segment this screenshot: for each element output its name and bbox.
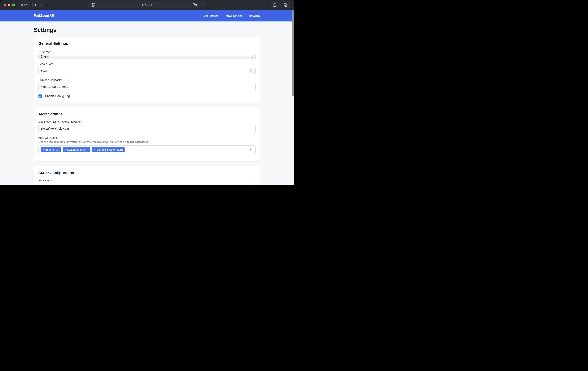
server-port-label: Server Port: [38, 62, 256, 66]
nav-link-settings[interactable]: Settings: [249, 14, 260, 17]
remove-tag-icon[interactable]: ×: [64, 148, 66, 151]
country-tag: × Switzerland (CH): [63, 147, 90, 152]
forward-button[interactable]: [39, 1, 45, 8]
language-label: Language: [38, 49, 256, 53]
chevron-down-icon: [250, 71, 252, 72]
server-port-field-wrap: [38, 67, 256, 75]
nav-link-filter-debug[interactable]: Filter Debug: [225, 14, 242, 17]
browser-window: 127.0.0.1 A: [0, 0, 294, 186]
history-nav-group: [32, 1, 45, 8]
alert-countries-label: Alert Countries: [38, 136, 256, 140]
reader-layout-icon: [92, 3, 95, 7]
reload-icon: [199, 3, 202, 7]
callback-url-label: Fail2ban Callback URL: [38, 78, 256, 82]
chevron-down-icon: [26, 4, 28, 5]
share-icon: [273, 3, 276, 7]
new-tab-button[interactable]: [279, 3, 282, 7]
translate-icon: A: [193, 3, 197, 7]
url-text: 127.0.0.1: [88, 3, 206, 6]
share-button[interactable]: [273, 3, 276, 7]
sidebar-toggle-button[interactable]: [19, 1, 30, 8]
remove-tag-icon[interactable]: ×: [42, 148, 44, 151]
callback-url-input[interactable]: [41, 85, 253, 88]
app-navbar: Fail2ban UI Dashboard Filter Debug Setti…: [0, 10, 294, 22]
chevron-left-icon: [35, 3, 36, 6]
translate-button[interactable]: A: [193, 3, 197, 7]
tab-overview-button[interactable]: [284, 3, 287, 7]
debug-log-label: Enable Debug Log: [45, 95, 70, 98]
country-tag: × United Kingdom (GB): [92, 147, 125, 152]
destination-email-input[interactable]: [41, 127, 253, 130]
clear-all-icon[interactable]: ×: [249, 148, 251, 151]
tabs-icon: [284, 3, 287, 7]
smtp-configuration-card: SMTP Configuration SMTP Host: [34, 166, 260, 186]
debug-log-checkbox[interactable]: [38, 94, 42, 98]
page-settings-button[interactable]: [92, 3, 95, 7]
nav-link-dashboard[interactable]: Dashboard: [203, 14, 218, 17]
alert-countries-multiselect[interactable]: × Ireland (IE) × Switzerland (CH) × Unit…: [38, 145, 256, 154]
alert-settings-card: Alert Settings Destination Email (Alerts…: [34, 107, 260, 162]
number-stepper[interactable]: [249, 68, 254, 73]
card-title-alerts: Alert Settings: [38, 112, 256, 116]
remove-tag-icon[interactable]: ×: [94, 148, 95, 151]
address-bar[interactable]: 127.0.0.1 A: [88, 1, 206, 8]
general-settings-card: General Settings Language English Server…: [34, 37, 260, 103]
smtp-host-label: SMTP Host: [38, 179, 256, 182]
country-tag-label: United Kingdom (GB): [96, 148, 123, 151]
debug-log-row: Enable Debug Log: [38, 94, 256, 98]
country-tag: × Ireland (IE): [41, 147, 61, 152]
card-title-general: General Settings: [38, 41, 256, 46]
svg-text:A: A: [194, 3, 195, 5]
chevron-right-icon: [41, 3, 42, 6]
language-select[interactable]: English: [38, 54, 256, 59]
smtp-host-field-wrap: [38, 183, 256, 186]
destination-email-label: Destination Email (Alerts Receiver): [38, 120, 256, 123]
browser-chrome: 127.0.0.1 A: [0, 0, 294, 10]
brand-link[interactable]: Fail2ban UI: [34, 13, 54, 18]
plus-icon: [279, 3, 282, 7]
callback-url-field-wrap: [38, 83, 256, 91]
page-title: Settings: [34, 26, 260, 33]
card-title-smtp: SMTP Configuration: [38, 171, 256, 175]
reload-button[interactable]: [199, 3, 202, 7]
window-actions-group: [271, 1, 290, 8]
chevron-up-icon: [250, 70, 252, 71]
sidebar-icon: [21, 3, 25, 6]
fullscreen-button[interactable]: [12, 4, 15, 6]
check-icon: [39, 95, 41, 97]
server-port-input[interactable]: [41, 69, 253, 73]
nav-links: Dashboard Filter Debug Settings: [203, 14, 260, 17]
back-button[interactable]: [33, 1, 39, 8]
country-tag-label: Switzerland (CH): [67, 148, 88, 151]
minimize-button[interactable]: [8, 4, 10, 6]
country-tag-label: Ireland (IE): [45, 148, 59, 151]
select-arrows-icon: [252, 55, 254, 58]
destination-email-field-wrap: [38, 125, 256, 133]
language-selected-value: English: [41, 55, 50, 58]
close-button[interactable]: [4, 4, 6, 6]
scrollbar-thumb[interactable]: [292, 10, 294, 96]
alert-countries-help: Choose the countries for which you want …: [38, 140, 256, 143]
